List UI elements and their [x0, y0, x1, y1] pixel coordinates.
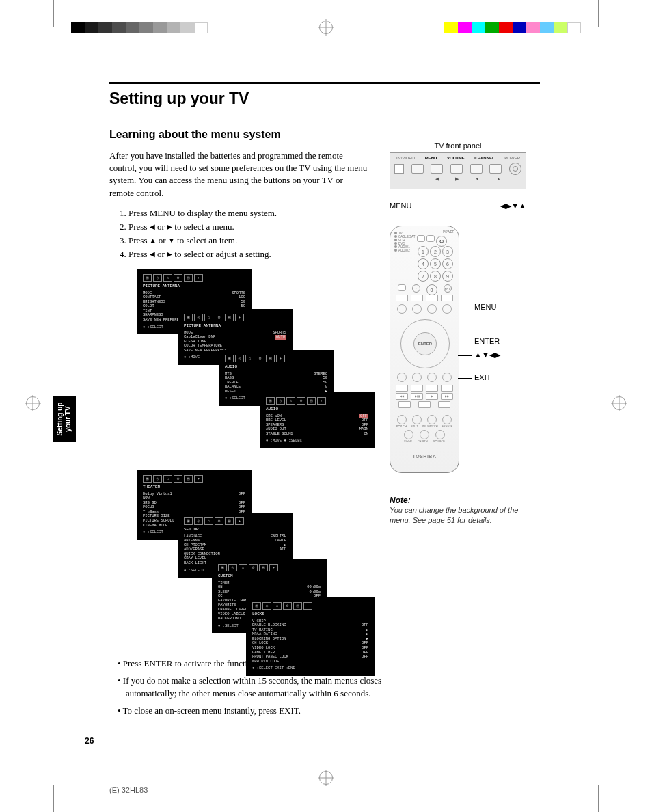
step-2: Press ◀ or ▶ to select a menu. — [128, 220, 388, 234]
front-panel-arrows-label: ◀▶▼▲ — [500, 202, 526, 211]
osd-locks: ▣◎⌂⚙▤✦ LOCKS V-CHIPENABLE BLOCKINGOFFTV … — [246, 597, 375, 676]
page-title: Setting up your TV — [109, 90, 540, 108]
osd-menu-diagram: ▣◎⌂⚙▤✦ PICTURE ANTENNA MODESPORTSCONTRAS… — [109, 269, 437, 652]
front-panel-menu-label: MENU — [390, 202, 411, 211]
callout-line — [458, 342, 472, 342]
power-button-icon — [509, 163, 521, 175]
tvvideo-button-icon — [394, 164, 404, 174]
registration-mark — [319, 21, 333, 34]
step-1: Press MENU to display the menu system. — [128, 206, 388, 220]
crop-mark — [0, 779, 27, 779]
note-title: Note: — [390, 496, 526, 505]
down-triangle-icon: ▼ — [168, 235, 175, 246]
crop-mark — [53, 785, 54, 812]
exit-remote-button-icon — [397, 373, 407, 382]
manual-page: Setting up your TV Setting up your TV Le… — [0, 0, 652, 812]
intro-paragraph: After you have installed the batteries a… — [109, 150, 369, 200]
vol-up-button-icon — [450, 164, 463, 174]
section-heading: Learning about the menu system — [109, 128, 540, 141]
heading-rule — [109, 82, 540, 84]
callout-arrows: ▲▼◀▶ — [474, 351, 500, 360]
section-tab: Setting up your TV — [53, 396, 76, 442]
registration-mark — [612, 396, 626, 410]
right-triangle-icon: ▶ — [167, 221, 172, 232]
crop-mark — [625, 33, 652, 33]
front-panel-caption: TV front panel — [390, 141, 526, 150]
crop-mark — [598, 0, 599, 27]
note-block: Note: You can change the background of t… — [390, 496, 526, 526]
callout-exit: EXIT — [474, 373, 491, 381]
footer-model-code: (E) 32HL83 — [109, 786, 148, 794]
registration-mark — [26, 396, 40, 410]
ch-up-button-icon — [489, 164, 502, 174]
callout-line — [458, 308, 472, 308]
remote-control-diagram: TV CABLE/SAT VCR DVD AUDIO1 AUDIO2 POWER… — [390, 226, 459, 473]
note-text: You can change the background of the men… — [390, 505, 526, 526]
crop-mark — [625, 779, 652, 779]
up-triangle-icon: ▲ — [150, 235, 157, 246]
left-triangle-icon: ◀ — [150, 249, 155, 260]
callout-line — [458, 355, 472, 356]
menu-button-icon — [411, 164, 424, 174]
osd-audio-2: ▣◎⌂⚙▤✦ AUDIO SRS WOWOFFBBE LEVELOFFSPEAK… — [260, 392, 375, 448]
callout-menu: MENU — [474, 303, 496, 311]
vol-down-button-icon — [431, 164, 443, 174]
right-triangle-icon: ▶ — [167, 249, 172, 260]
step-3: Press ▲ or ▼ to select an item. — [128, 234, 388, 247]
step-list: Press MENU to display the menu system. P… — [109, 206, 388, 262]
left-triangle-icon: ◀ — [150, 221, 155, 232]
menu-remote-button-icon — [397, 304, 407, 314]
bullet-2: If you do not make a selection within 15… — [126, 675, 413, 701]
callout-line — [458, 378, 472, 379]
tv-front-panel-diagram: TV front panel TV/VIDEO MENU VOLUME CHAN… — [390, 141, 526, 211]
registration-mark — [319, 771, 333, 785]
crop-mark — [598, 785, 599, 812]
step-4: Press ◀ or ▶ to select or adjust a setti… — [128, 247, 388, 261]
callout-enter: ENTER — [474, 337, 500, 345]
grayscale-colorbar — [71, 22, 208, 33]
page-number: 26 — [85, 733, 107, 746]
crop-mark — [53, 0, 54, 27]
crop-mark — [0, 33, 27, 33]
ch-down-button-icon — [470, 164, 483, 174]
enter-remote-button-icon: ENTER — [413, 332, 437, 355]
cmyk-colorbar — [444, 22, 581, 33]
toshiba-logo: TOSHIBA — [390, 454, 459, 459]
bullet-3: To close an on-screen menu instantly, pr… — [126, 705, 413, 718]
